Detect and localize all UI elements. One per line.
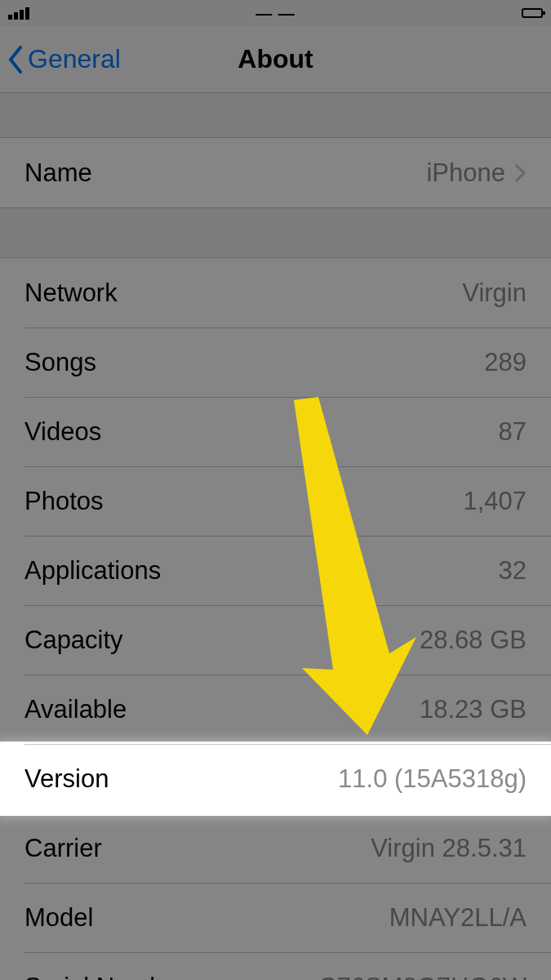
cell-network[interactable]: NetworkVirgin — [0, 258, 551, 327]
cell-songs[interactable]: Songs289 — [0, 327, 551, 397]
cell-value: MNAY2LL/A — [389, 903, 527, 933]
cell-label: Model — [24, 903, 93, 933]
cell-label: Videos — [24, 417, 101, 447]
cell-capacity[interactable]: Capacity28.68 GB — [0, 605, 551, 675]
cell-value: Virgin — [462, 278, 527, 308]
cell-available[interactable]: Available18.23 GB — [0, 675, 551, 744]
status-time: — — — [256, 4, 295, 23]
section-details: NetworkVirginSongs289Videos87Photos1,407… — [0, 257, 551, 980]
cell-value: iPhone — [426, 158, 505, 188]
page-title: About — [238, 44, 313, 74]
cell-photos[interactable]: Photos1,407 — [0, 466, 551, 536]
cell-value: 289 — [484, 348, 527, 377]
section-spacer — [0, 208, 551, 257]
cell-label: Network — [24, 278, 118, 308]
status-bar: — — — [0, 0, 551, 26]
cell-value: 1,407 — [463, 487, 527, 516]
cell-version[interactable]: Version11.0 (15A5318g) — [0, 744, 551, 813]
cell-label: Songs — [24, 348, 96, 377]
cell-value: 28.68 GB — [420, 626, 527, 655]
cell-value: 32 — [499, 556, 527, 586]
chevron-left-icon — [7, 45, 24, 74]
cell-label: Available — [24, 695, 127, 724]
cell-label: Name — [24, 158, 92, 188]
cell-serial-number[interactable]: Serial NumberC76SM3G7HG6W — [0, 952, 551, 980]
back-button[interactable]: General — [7, 26, 121, 92]
cell-label: Carrier — [24, 834, 102, 863]
cell-label: Version — [24, 764, 109, 794]
cell-label: Photos — [24, 487, 104, 516]
signal-bars-icon — [8, 7, 29, 20]
section-name: Name iPhone — [0, 137, 551, 208]
back-label: General — [28, 44, 121, 74]
cell-videos[interactable]: Videos87 — [0, 397, 551, 466]
cell-carrier[interactable]: CarrierVirgin 28.5.31 — [0, 813, 551, 883]
cell-model[interactable]: ModelMNAY2LL/A — [0, 883, 551, 952]
cell-value: 87 — [499, 417, 527, 447]
cell-label: Applications — [24, 556, 161, 586]
battery-icon — [522, 8, 543, 18]
chevron-right-icon — [513, 163, 527, 184]
cell-value: 11.0 (15A5318g) — [338, 764, 527, 794]
section-spacer — [0, 93, 551, 137]
cell-value: 18.23 GB — [420, 695, 527, 724]
cell-label: Capacity — [24, 626, 123, 655]
nav-bar: General About — [0, 26, 551, 93]
cell-value: Virgin 28.5.31 — [371, 834, 527, 863]
cell-name[interactable]: Name iPhone — [0, 138, 551, 207]
cell-label: Serial Number — [24, 973, 186, 981]
cell-applications[interactable]: Applications32 — [0, 536, 551, 605]
cell-value: C76SM3G7HG6W — [318, 973, 527, 981]
